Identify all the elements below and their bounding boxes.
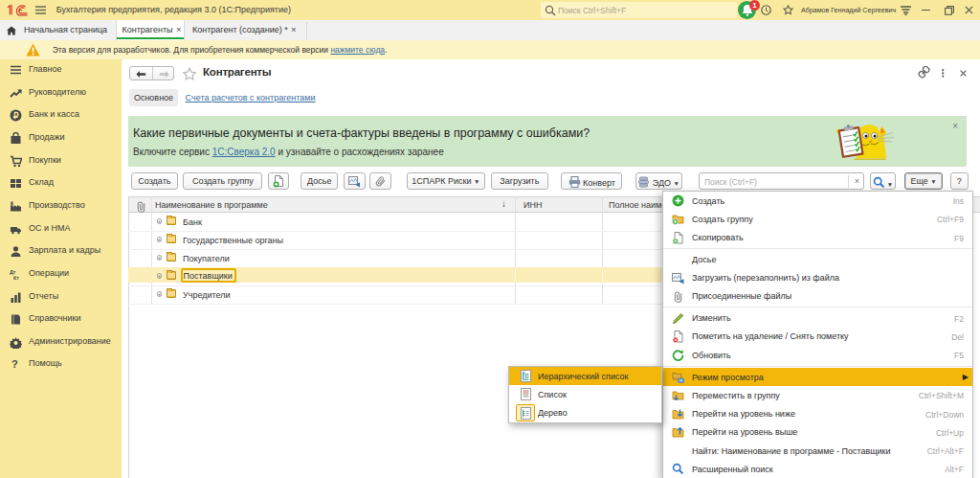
svg-text:₽: ₽ [13,111,19,121]
svg-text:Кт: Кт [13,275,19,281]
